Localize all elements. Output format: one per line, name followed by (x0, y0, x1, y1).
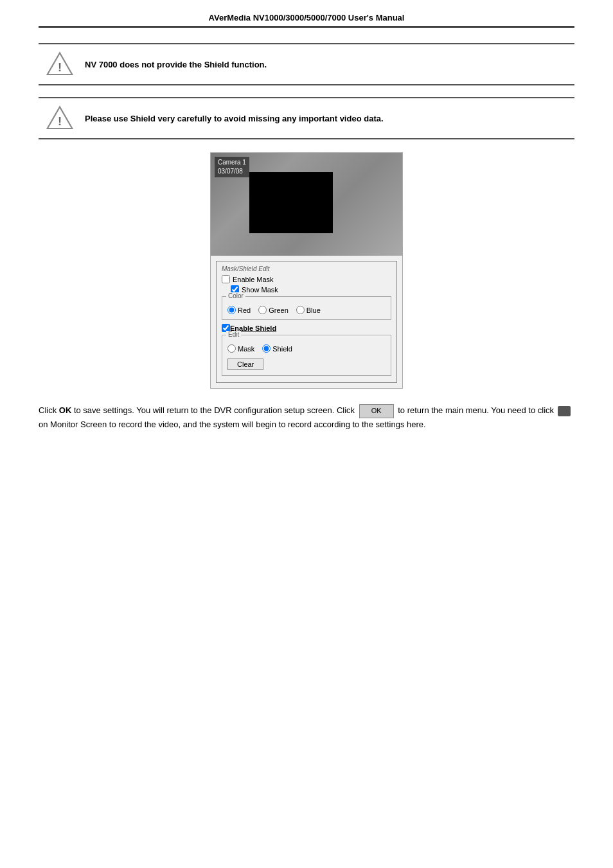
mask-shield-edit-panel: Mask/Shield Edit Enable Mask Show Mask C… (216, 261, 397, 383)
color-blue-radio[interactable] (296, 306, 305, 314)
instruction-save: to save settings. You will return to the… (74, 405, 355, 415)
svg-text:!: ! (58, 60, 62, 74)
edit-radio-row[interactable]: Mask Shield (227, 344, 386, 353)
camera-date: 03/07/08 (218, 167, 246, 176)
warning-icon-2: ! (46, 105, 73, 132)
notice-box-2: ! Please use Shield very carefully to av… (39, 97, 574, 139)
instruction-monitor: on Monitor Screen to record the video, a… (39, 420, 426, 429)
color-red-label: Red (238, 306, 251, 314)
ok-bold-text: OK (59, 405, 72, 415)
color-radio-row[interactable]: Red Green Blue (227, 306, 386, 314)
camera-preview: Camera 1 03/07/08 (211, 153, 402, 256)
page-title: AVerMedia NV1000/3000/5000/7000 User's M… (209, 13, 405, 22)
edit-shield-label: Shield (272, 345, 292, 353)
color-green-radio[interactable] (258, 306, 267, 314)
notice-box-1: ! NV 7000 does not provide the Shield fu… (39, 43, 574, 85)
enable-mask-checkbox[interactable] (222, 275, 230, 283)
body-instruction: Click OK to save settings. You will retu… (39, 404, 574, 431)
edit-mask-option[interactable]: Mask (227, 344, 254, 353)
notice-text-1: NV 7000 does not provide the Shield func… (85, 60, 267, 69)
mask-shield-section-label: Mask/Shield Edit (222, 265, 391, 272)
enable-shield-row[interactable]: Enable Shield (222, 324, 391, 332)
instruction-click: Click (39, 405, 59, 415)
edit-fieldset: Edit Mask Shield Clear (222, 335, 391, 376)
edit-shield-radio[interactable] (262, 344, 271, 353)
edit-mask-label: Mask (238, 345, 254, 353)
record-icon (558, 406, 571, 416)
color-fieldset: Color Red Green Blue (222, 296, 391, 320)
enable-mask-label: Enable Mask (233, 276, 274, 283)
instruction-return: to return the main menu. You need to cli… (398, 405, 556, 415)
camera-label: Camera 1 (218, 158, 246, 167)
show-mask-label: Show Mask (242, 286, 278, 294)
show-mask-row[interactable]: Show Mask (231, 285, 391, 294)
ui-screenshot-panel: Camera 1 03/07/08 Mask/Shield Edit Enabl… (210, 152, 403, 389)
camera-overlay: Camera 1 03/07/08 (215, 157, 249, 177)
ok-inline-button[interactable]: OK (359, 404, 394, 418)
edit-shield-option[interactable]: Shield (262, 344, 292, 353)
edit-mask-radio[interactable] (227, 344, 236, 353)
enable-mask-row[interactable]: Enable Mask (222, 275, 391, 283)
color-green-label: Green (269, 306, 289, 314)
svg-text:!: ! (58, 114, 62, 128)
clear-button[interactable]: Clear (227, 359, 263, 370)
edit-legend: Edit (226, 331, 241, 338)
color-green-option[interactable]: Green (258, 306, 289, 314)
color-blue-label: Blue (306, 306, 321, 314)
warning-icon-1: ! (46, 51, 73, 78)
color-red-option[interactable]: Red (227, 306, 251, 314)
color-red-radio[interactable] (227, 306, 236, 314)
screenshot-container: Camera 1 03/07/08 Mask/Shield Edit Enabl… (39, 152, 574, 389)
color-blue-option[interactable]: Blue (296, 306, 321, 314)
notice-text-2: Please use Shield very carefully to avoi… (85, 114, 384, 123)
page-header: AVerMedia NV1000/3000/5000/7000 User's M… (39, 13, 574, 28)
shield-block (249, 172, 333, 233)
color-legend: Color (226, 292, 245, 299)
